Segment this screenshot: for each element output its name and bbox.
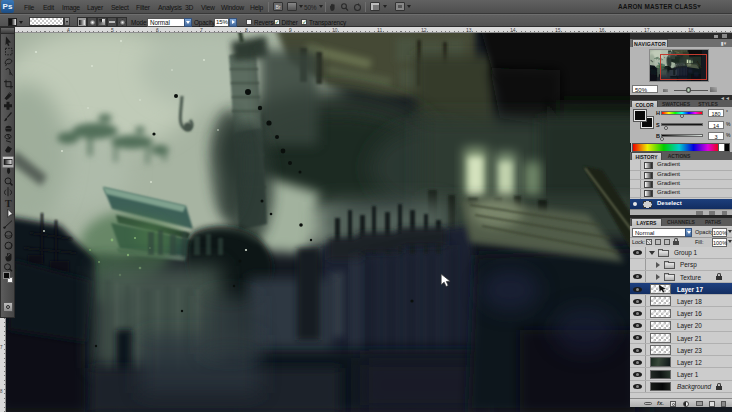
svg-text:T: T xyxy=(5,198,12,209)
